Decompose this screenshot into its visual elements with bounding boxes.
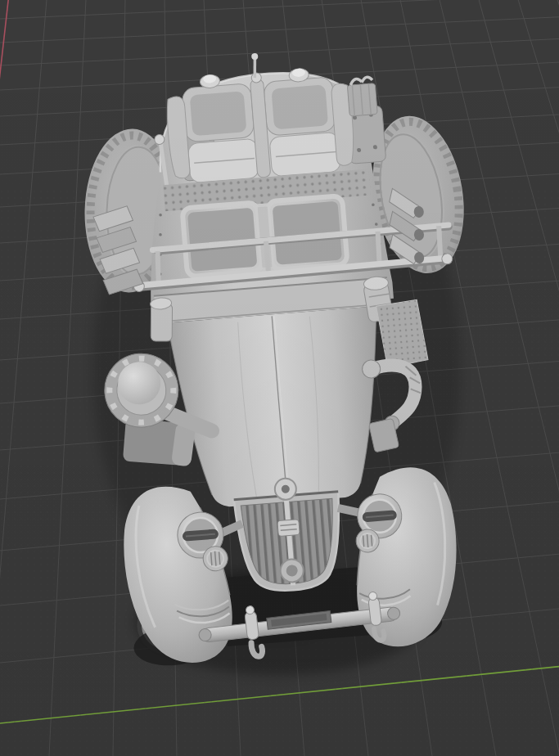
viewport-vignette: [0, 0, 559, 756]
3d-viewport[interactable]: [0, 0, 559, 756]
scene-canvas[interactable]: [0, 0, 559, 756]
